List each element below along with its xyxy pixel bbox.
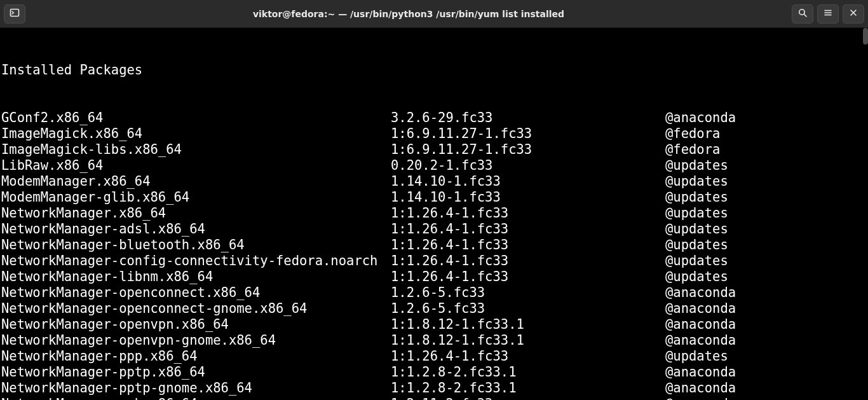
package-version: 3.2.6-29.fc33	[391, 110, 665, 126]
package-version: 1.14.10-1.fc33	[391, 190, 665, 205]
package-repo: @anaconda	[665, 317, 867, 333]
package-row: ModemManager-glib.x86_641.14.10-1.fc33@u…	[1, 190, 867, 205]
package-name: ModemManager-glib.x86_64	[1, 190, 391, 205]
package-row: ImageMagick-libs.x86_641:6.9.11.27-1.fc3…	[1, 142, 867, 158]
package-name: NetworkManager-pptp-gnome.x86_64	[1, 380, 391, 396]
package-version: 1:6.9.11.27-1.fc33	[391, 142, 665, 158]
package-version: 1:1.26.4-1.fc33	[391, 205, 665, 221]
package-version: 1.2.6-5.fc33	[391, 301, 665, 317]
package-name: NetworkManager-ssh.x86_64	[1, 396, 391, 400]
package-version: 1.2.6-5.fc33	[391, 285, 665, 301]
package-repo: @fedora	[665, 126, 867, 142]
package-version: 1:1.26.4-1.fc33	[391, 221, 665, 237]
package-repo: @updates	[665, 269, 867, 285]
package-name: LibRaw.x86_64	[1, 158, 391, 174]
package-repo: @updates	[665, 190, 867, 205]
package-row: NetworkManager-openconnect-gnome.x86_641…	[1, 301, 867, 317]
terminal-output[interactable]: Installed Packages GConf2.x86_643.2.6-29…	[0, 28, 868, 400]
package-name: NetworkManager-libnm.x86_64	[1, 269, 391, 285]
package-repo: @updates	[665, 237, 867, 253]
package-row: NetworkManager-ppp.x86_641:1.26.4-1.fc33…	[1, 348, 867, 364]
package-row: NetworkManager-openvpn.x86_641:1.8.12-1.…	[1, 317, 867, 333]
package-row: NetworkManager-adsl.x86_641:1.26.4-1.fc3…	[1, 221, 867, 237]
package-row: ImageMagick.x86_641:6.9.11.27-1.fc33@fed…	[1, 126, 867, 142]
package-repo: @updates	[665, 158, 867, 174]
package-repo: @updates	[665, 221, 867, 237]
svg-rect-0	[11, 9, 19, 16]
search-button[interactable]	[792, 4, 813, 24]
package-repo: @anaconda	[665, 380, 867, 396]
titlebar: viktor@fedora:~ — /usr/bin/python3 /usr/…	[0, 0, 868, 28]
package-repo: @updates	[665, 253, 867, 269]
package-name: NetworkManager-openconnect.x86_64	[1, 285, 391, 301]
package-version: 1:1.26.4-1.fc33	[391, 253, 665, 269]
package-version: 1:6.9.11.27-1.fc33	[391, 126, 665, 142]
package-name: ModemManager.x86_64	[1, 174, 391, 190]
package-repo: @updates	[665, 174, 867, 190]
package-version: 1.2.11-2.fc33	[391, 396, 665, 400]
close-icon	[848, 8, 858, 20]
package-name: GConf2.x86_64	[1, 110, 391, 126]
package-row: LibRaw.x86_640.20.2-1.fc33@updates	[1, 158, 867, 174]
package-version: 1:1.26.4-1.fc33	[391, 348, 665, 364]
package-row: NetworkManager-openvpn-gnome.x86_641:1.8…	[1, 333, 867, 348]
package-list: GConf2.x86_643.2.6-29.fc33@anacondaImage…	[1, 110, 867, 400]
package-version: 1:1.2.8-2.fc33.1	[391, 364, 665, 380]
package-row: NetworkManager-bluetooth.x86_641:1.26.4-…	[1, 237, 867, 253]
package-row: NetworkManager-pptp.x86_641:1.2.8-2.fc33…	[1, 364, 867, 380]
package-version: 1:1.8.12-1.fc33.1	[391, 333, 665, 348]
package-name: ImageMagick-libs.x86_64	[1, 142, 391, 158]
package-name: NetworkManager-bluetooth.x86_64	[1, 237, 391, 253]
close-button[interactable]	[843, 4, 864, 24]
package-name: NetworkManager-ppp.x86_64	[1, 348, 391, 364]
terminal-icon	[10, 8, 20, 20]
package-repo: @updates	[665, 348, 867, 364]
package-version: 1:1.26.4-1.fc33	[391, 269, 665, 285]
package-version: 0.20.2-1.fc33	[391, 158, 665, 174]
package-version: 1.14.10-1.fc33	[391, 174, 665, 190]
package-name: NetworkManager-openconnect-gnome.x86_64	[1, 301, 391, 317]
new-tab-button[interactable]	[4, 4, 25, 24]
scrollbar-thumb[interactable]	[863, 28, 868, 45]
scrollbar[interactable]	[863, 28, 868, 400]
package-name: ImageMagick.x86_64	[1, 126, 391, 142]
titlebar-left	[4, 4, 25, 24]
package-repo: @anaconda	[665, 333, 867, 348]
package-row: NetworkManager-ssh.x86_641.2.11-2.fc33@a…	[1, 396, 867, 400]
package-repo: @anaconda	[665, 301, 867, 317]
package-name: NetworkManager-adsl.x86_64	[1, 221, 391, 237]
package-version: 1:1.2.8-2.fc33.1	[391, 380, 665, 396]
package-row: NetworkManager-libnm.x86_641:1.26.4-1.fc…	[1, 269, 867, 285]
menu-button[interactable]	[817, 4, 839, 24]
package-row: NetworkManager-config-connectivity-fedor…	[1, 253, 867, 269]
hamburger-icon	[823, 8, 833, 20]
package-version: 1:1.26.4-1.fc33	[391, 237, 665, 253]
package-row: ModemManager.x86_641.14.10-1.fc33@update…	[1, 174, 867, 190]
package-name: NetworkManager-openvpn.x86_64	[1, 317, 391, 333]
package-row: NetworkManager.x86_641:1.26.4-1.fc33@upd…	[1, 205, 867, 221]
package-repo: @fedora	[665, 142, 867, 158]
package-name: NetworkManager-openvpn-gnome.x86_64	[1, 333, 391, 348]
package-name: NetworkManager-config-connectivity-fedor…	[1, 253, 391, 269]
output-header: Installed Packages	[1, 62, 867, 78]
package-repo: @anaconda	[665, 364, 867, 380]
package-row: NetworkManager-pptp-gnome.x86_641:1.2.8-…	[1, 380, 867, 396]
package-row: GConf2.x86_643.2.6-29.fc33@anaconda	[1, 110, 867, 126]
package-name: NetworkManager-pptp.x86_64	[1, 364, 391, 380]
package-repo: @updates	[665, 205, 867, 221]
window-title: viktor@fedora:~ — /usr/bin/python3 /usr/…	[25, 9, 792, 19]
titlebar-right	[792, 4, 864, 24]
package-row: NetworkManager-openconnect.x86_641.2.6-5…	[1, 285, 867, 301]
package-repo: @anaconda	[665, 396, 867, 400]
package-version: 1:1.8.12-1.fc33.1	[391, 317, 665, 333]
package-name: NetworkManager.x86_64	[1, 205, 391, 221]
search-icon	[797, 8, 808, 20]
package-repo: @anaconda	[665, 285, 867, 301]
package-repo: @anaconda	[665, 110, 867, 126]
